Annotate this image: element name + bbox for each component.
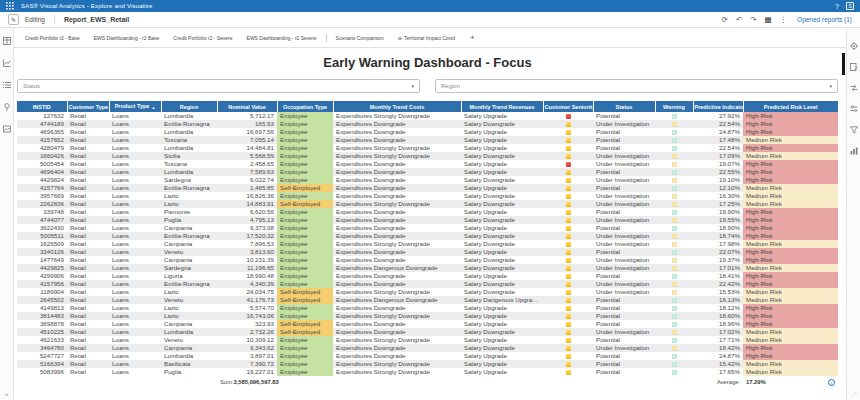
- help-icon[interactable]: ?: [835, 3, 839, 10]
- cell-trend_revenues: Salary Upgrade: [461, 272, 543, 280]
- table-row[interactable]: 4510225RetailLoansLombardia2,732.26Self-…: [17, 328, 838, 336]
- cell-instid: 4157652: [17, 136, 67, 144]
- table-row[interactable]: 4299906RetailLoansLiguria18,990.48Employ…: [17, 272, 838, 280]
- region-filter-dropdown[interactable]: Region ▾: [435, 79, 838, 93]
- table-row[interactable]: 4429824RetailLoansSardegna6,022.74Employ…: [17, 176, 838, 184]
- seniority-indicator-yellow: [566, 242, 571, 247]
- scrollbar-thumb[interactable]: [842, 53, 845, 75]
- col-header-instid[interactable]: INSTID: [17, 101, 67, 112]
- refresh-icon[interactable]: ⟳: [722, 15, 728, 24]
- more-options-icon[interactable]: ⋮: [780, 15, 788, 24]
- cell-seniority: [543, 336, 593, 344]
- roles-sliders-icon[interactable]: [850, 105, 858, 113]
- col-header-predictive[interactable]: Predictive Indicator: [693, 101, 743, 112]
- table-row[interactable]: 5005511RetailLoansEmilia-Romagna17,520.3…: [17, 232, 838, 240]
- ranks-chart-icon[interactable]: [850, 147, 858, 155]
- table-row[interactable]: 4696365RetailLoansLombardia16,697.56Empl…: [17, 128, 838, 136]
- options-gear-icon[interactable]: [850, 42, 858, 50]
- table-row[interactable]: 3622430RetailLoansCampania9,373.08Employ…: [17, 224, 838, 232]
- pin-pane-icon[interactable]: [3, 103, 11, 111]
- col-header-status[interactable]: Status: [593, 101, 655, 112]
- cell-trend_revenues: Salary Downgrade: [461, 328, 543, 336]
- table-row[interactable]: 5166394RetailLoansBasilicata7,390.72Empl…: [17, 360, 838, 368]
- cell-predictive: 18.12%: [693, 304, 743, 312]
- tab-ews-dashboarding-r2-base[interactable]: EWS Dashboarding - r2 Base: [87, 28, 167, 47]
- table-row[interactable]: 4157652RetailLoansToscana7,055.14Employe…: [17, 136, 838, 144]
- col-header-seniority[interactable]: Customer Seniority: [543, 101, 593, 112]
- tab-scenario-comparison[interactable]: Scenario Comparison: [329, 28, 391, 47]
- table-row[interactable]: 1626509RetailLoansCampania7,896.53Employ…: [17, 240, 838, 248]
- table-row[interactable]: 5247727RetailLoansLombardia3,897.01Emplo…: [17, 352, 838, 360]
- table-row[interactable]: 1660426RetailLoansSicilia5,568.59Employe…: [17, 152, 838, 160]
- table-row[interactable]: 4696404RetailLoansLombardia7,589.63Emplo…: [17, 168, 838, 176]
- status-filter-placeholder: Status: [23, 83, 40, 89]
- tab-territorial-impact-covid[interactable]: ⊕Territorial Impact Covid: [391, 28, 462, 47]
- table-row[interactable]: 4621633RetailLoansVeneto10,309.12Employe…: [17, 336, 838, 344]
- col-header-trend_costs[interactable]: Monthly Trend Costs: [333, 101, 461, 112]
- cell-warning: [655, 336, 693, 344]
- media-pane-icon[interactable]: [3, 125, 11, 133]
- cell-customer_type: Retail: [67, 168, 109, 176]
- app-bar: SAS® Visual Analytics - Explore and Visu…: [0, 0, 860, 12]
- info-icon[interactable]: i: [828, 379, 835, 386]
- undo-icon[interactable]: ↶: [736, 15, 742, 24]
- cell-occupation: Self-Employed: [277, 328, 333, 336]
- cell-nominal_value: 16,743.06: [217, 312, 277, 320]
- app-menu-icon[interactable]: [6, 2, 14, 10]
- redo-icon[interactable]: ↷: [750, 15, 756, 24]
- table-row[interactable]: 3814483RetailLoansLazio16,743.06Employee…: [17, 312, 838, 320]
- data-pane-icon[interactable]: [3, 37, 11, 45]
- table-row[interactable]: 1477649RetailLoansCampania10,231.39Emplo…: [17, 256, 838, 264]
- col-header-product_type[interactable]: Product Type▲: [109, 101, 161, 112]
- tab-credit-portfolio-r2-severe[interactable]: Credit Portfolio r2 - Severe: [166, 28, 239, 47]
- table-row[interactable]: 3340126RetailLoansVeneto3,813.60Employee…: [17, 248, 838, 256]
- cell-trend_revenues: Salary Upgrade: [461, 248, 543, 256]
- cell-predictive: 24.87%: [693, 128, 743, 136]
- table-row[interactable]: 4744077RetailLoansPuglia4,795.13Employee…: [17, 216, 838, 224]
- col-header-nominal_value[interactable]: Nominal Value: [217, 101, 277, 112]
- warning-indicator-teal: [672, 362, 677, 367]
- table-row[interactable]: 4744189RetailLoansEmilia-Romagna165.93Em…: [17, 120, 838, 128]
- seniority-indicator-red: [566, 162, 571, 167]
- table-row[interactable]: 2645502RetailLoansVeneto41,176.73Self-Em…: [17, 296, 838, 304]
- style-pane-icon[interactable]: [850, 63, 858, 71]
- table-row[interactable]: 4429825RetailLoansSardegna11,196.65Emplo…: [17, 264, 838, 272]
- table-row[interactable]: 339748RetailLoansPiemonte6,620.56Employe…: [17, 208, 838, 216]
- report-name[interactable]: Report_EWS_Retail: [64, 16, 129, 23]
- col-header-risk[interactable]: Predicted Risk Level: [743, 101, 838, 112]
- cell-predictive: 19.37%: [693, 256, 743, 264]
- table-row[interactable]: 1189904RetailLoansLazio24,034.75Self-Emp…: [17, 288, 838, 296]
- table-row[interactable]: 3698878RetailLoansCampania323.93Self-Emp…: [17, 320, 838, 328]
- resize-grip-icon[interactable]: ⋰: [851, 390, 857, 397]
- actions-arrows-icon[interactable]: [850, 84, 858, 92]
- table-row[interactable]: 4149813RetailLoansLazio5,574.70EmployeeE…: [17, 304, 838, 312]
- table-row[interactable]: 3464780RetailLoansCampania9,343.62Employ…: [17, 344, 838, 352]
- tab-credit-portfolio-r2-base[interactable]: Credit Portfolio r2 - Base: [18, 28, 87, 47]
- cell-nominal_value: 24,034.75: [217, 288, 277, 296]
- cell-risk: Medium Risk: [743, 184, 838, 192]
- table-row[interactable]: 3957669RetailLoansLazio16,826.36Employee…: [17, 192, 838, 200]
- table-row[interactable]: 2262836RetailLoansLazio14,883.91Self-Emp…: [17, 200, 838, 208]
- edit-mode-button[interactable]: ✎: [8, 14, 19, 25]
- col-header-trend_revenues[interactable]: Monthly Trend Revenues: [461, 101, 543, 112]
- objects-pane-icon[interactable]: [3, 59, 11, 67]
- table-row[interactable]: 4157764RetailLoansEmilia-Romagna1,485.85…: [17, 184, 838, 192]
- opened-reports-link[interactable]: Opened reports (1): [797, 16, 852, 23]
- layout-icon[interactable]: ▦: [764, 15, 771, 24]
- table-row[interactable]: 5005454RetailLoansToscana2,458.65Employe…: [17, 160, 838, 168]
- table-row[interactable]: 5083996RetailLoansPuglia19,227.01Employe…: [17, 368, 838, 376]
- table-row[interactable]: 4280479RetailLoansLombardia14,484.81Empl…: [17, 144, 838, 152]
- table-row[interactable]: 4157956RetailLoansEmilia-Romagna4,340.39…: [17, 280, 838, 288]
- col-header-occupation[interactable]: Occupation Type: [277, 101, 333, 112]
- collapse-rail-icon[interactable]: »: [5, 391, 8, 397]
- filters-funnel-icon[interactable]: [850, 126, 858, 134]
- add-tab-button[interactable]: +: [462, 33, 483, 42]
- outline-pane-icon[interactable]: [3, 81, 11, 89]
- col-header-region[interactable]: Region: [161, 101, 217, 112]
- status-filter-dropdown[interactable]: Status ▾: [17, 79, 420, 93]
- col-header-warning[interactable]: Warning: [655, 101, 693, 112]
- col-header-customer_type[interactable]: Customer Type: [67, 101, 109, 112]
- table-row[interactable]: 127632RetailLoansLombardia5,712.17Employ…: [17, 112, 838, 120]
- avatar[interactable]: S: [846, 2, 854, 10]
- tab-ews-dashboarding-r2-severe[interactable]: EWS Dashboarding - r2 Severe: [240, 28, 324, 47]
